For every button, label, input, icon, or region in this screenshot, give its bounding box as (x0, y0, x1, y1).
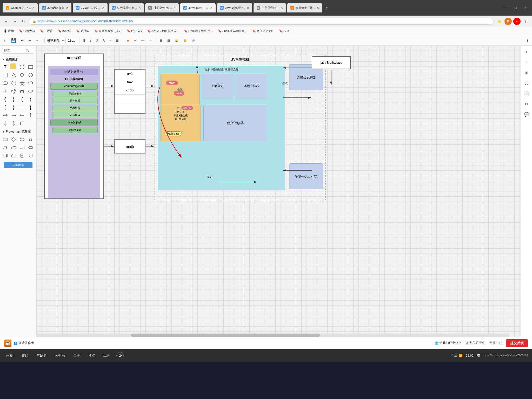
tab-close-tuling-college[interactable]: ✕ (281, 6, 283, 10)
fc-rounded[interactable] (18, 136, 26, 143)
fc-parallelogram[interactable] (27, 136, 34, 143)
tab-close-java-arch[interactable]: ✕ (247, 6, 249, 10)
tab-jvm-vm[interactable]: On JVM虚拟机知... ✕ (73, 3, 108, 12)
shape-cloud[interactable] (18, 88, 26, 95)
tab-tuling-vip[interactable]: 图 【图灵VIP专... ✕ (145, 3, 179, 12)
scrollbar-thumb[interactable] (131, 334, 320, 337)
shape-sticky[interactable] (10, 63, 16, 69)
shape-pipe[interactable]: | (18, 104, 26, 111)
fc-terminator[interactable] (27, 144, 34, 151)
bookmark-donate[interactable]: 🔖 捐金 (278, 29, 290, 34)
bookmark-tech[interactable]: 🔖 技术大站 (18, 29, 36, 34)
rating-button[interactable]: 🌐 给我们评个分？ (435, 341, 461, 345)
rt-fit-page[interactable]: ⊞ (522, 69, 531, 77)
bookmark-wechat[interactable]: 🔖 微信公众平台 (251, 29, 275, 34)
bookmark-json[interactable]: 🔖 在线JSON校验格式... (146, 29, 180, 34)
shape-circle[interactable] (18, 63, 26, 71)
bookmark-it-edu[interactable]: 🔖 IT教育 (39, 29, 54, 34)
bookmark-ostools[interactable]: 🔖 OSTools (126, 29, 143, 33)
fc-diamond[interactable] (10, 136, 17, 143)
rt-zoom-out[interactable]: − (522, 58, 531, 66)
power-button[interactable]: ⏻ (116, 352, 124, 359)
bookmark-media[interactable]: 🔖 新媒体 (75, 29, 90, 34)
shape-star[interactable] (18, 79, 26, 87)
font-size-input[interactable] (67, 38, 77, 43)
list-button[interactable]: ☰ (114, 38, 121, 43)
taskbar-raise[interactable]: 举手 (71, 352, 82, 359)
font-color-button[interactable]: A (101, 38, 107, 43)
collapse-button[interactable]: ⇉ (524, 38, 530, 43)
fc-predefined[interactable] (2, 152, 9, 159)
search-input[interactable] (4, 49, 25, 52)
shape-arrow-lr[interactable] (2, 112, 9, 119)
section-basic-shapes[interactable]: ▼ 基础图形 (0, 56, 36, 62)
bookmark-blockchain[interactable]: 🔖 区块链 (57, 29, 72, 34)
tab-close-tuling-vip[interactable]: ✕ (173, 6, 176, 10)
stroke-color-button[interactable]: ✏ (132, 38, 138, 43)
shape-arrow-d[interactable] (2, 120, 9, 127)
forward-button[interactable]: → (11, 18, 18, 24)
more-shapes-button[interactable]: 更多图形 (4, 162, 32, 168)
bookmark-youdao[interactable]: 🔖 收藏到有道云笔记 (93, 29, 123, 34)
save-button[interactable]: 💾 (9, 37, 18, 44)
align-button[interactable]: ≡ (108, 38, 113, 43)
bookmark-shell[interactable]: 🔖 Shell 输入/输出重... (217, 29, 248, 34)
shape-curly[interactable]: { (27, 104, 34, 111)
help-button[interactable]: 帮助中心 (489, 341, 502, 345)
search-box[interactable]: 🔍 (2, 48, 34, 54)
tab-close-jvm-memory[interactable]: ✕ (66, 6, 68, 10)
shape-paren-left[interactable]: ( (18, 96, 26, 103)
rt-comment[interactable]: 💬 (522, 110, 531, 118)
taskbar-tools[interactable]: 工具 (101, 352, 112, 359)
feedback-button[interactable]: 提交反馈 (506, 339, 528, 347)
rt-history[interactable]: ↺ (522, 100, 531, 108)
shape-paren-right[interactable]: ) (27, 96, 34, 103)
shape-circle2[interactable] (10, 79, 17, 87)
font-selector[interactable]: 微软雅黑 (44, 38, 66, 43)
tab-close-jobs[interactable]: ✕ (317, 6, 319, 10)
new-tab-button[interactable]: + (323, 5, 330, 11)
fc-card[interactable] (10, 152, 17, 159)
italic-button[interactable]: I (88, 38, 93, 43)
menu-icon[interactable]: ⋮ (522, 18, 529, 25)
scrollbar-h[interactable] (36, 334, 509, 337)
unlock-button[interactable]: 🔓 (181, 38, 189, 43)
undo-button[interactable]: ↩ (19, 38, 25, 43)
minimize-button[interactable]: — (502, 5, 510, 11)
extensions-icon[interactable]: ⭐ (496, 18, 503, 25)
arrow-button[interactable]: → (147, 38, 154, 43)
rt-page[interactable]: 📄 (522, 89, 531, 98)
rt-zoom-in[interactable]: + (522, 48, 531, 56)
taskbar-quiz[interactable]: 答题卡 (34, 352, 49, 359)
taskbar-preview[interactable]: 预览 (86, 352, 97, 359)
bookmark-apps[interactable]: 📱 应用 (3, 29, 15, 34)
line-style-button[interactable]: — (139, 38, 146, 43)
shape-bracket-right[interactable]: } (10, 104, 17, 111)
redo-button[interactable]: ↪ (26, 38, 33, 43)
fc-rect[interactable] (2, 136, 9, 143)
tab-java-arch[interactable]: On Java架构师学... ✕ (217, 3, 252, 12)
section-flowchart[interactable]: ▼ Flowchart 流程图 (0, 128, 36, 135)
tab-close-chapter2[interactable]: ✕ (32, 6, 35, 10)
url-bar[interactable]: 🔒 https://www.processon.com/diagraming/5… (29, 18, 494, 25)
shape-pill[interactable] (27, 88, 34, 95)
fc-document[interactable] (18, 144, 26, 151)
tab-tuling-college[interactable]: 图 【图灵学院】 ✕ (254, 3, 286, 12)
tab-ecommerce[interactable]: On 亿级流量电商... ✕ (109, 3, 144, 12)
shape-arrow-u[interactable] (27, 112, 34, 119)
shape-pentagon[interactable] (27, 79, 34, 87)
shape-bend[interactable] (18, 120, 26, 127)
shape-arrow-ud[interactable] (10, 120, 17, 127)
follow-button[interactable]: 微博 关注我们 (466, 341, 485, 345)
shape-brace-left[interactable]: { (2, 96, 9, 103)
fc-display[interactable] (27, 152, 34, 159)
fc-trapezoid[interactable] (2, 144, 9, 151)
maximize-button[interactable]: □ (512, 5, 520, 11)
shape-text[interactable]: T (2, 63, 9, 71)
shape-arrow-r[interactable] (10, 112, 17, 119)
profile-icon[interactable]: B (504, 18, 512, 25)
rt-fullscreen[interactable]: ⛶ (522, 79, 531, 87)
tab-chapter2[interactable]: C Chapter 2. Th... ✕ (3, 3, 38, 12)
ungroup-button[interactable]: ⊟ (165, 38, 172, 43)
taskbar-checkin[interactable]: 签到 (19, 352, 30, 359)
